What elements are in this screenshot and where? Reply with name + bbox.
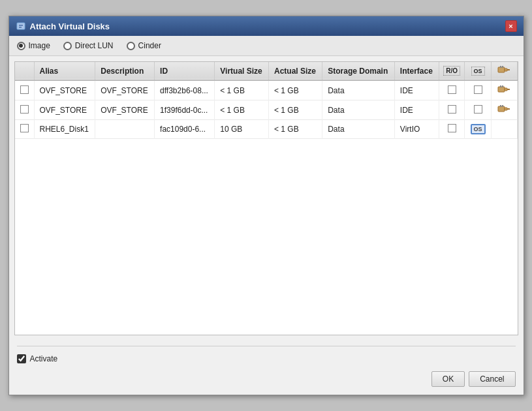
footer-divider (17, 346, 516, 346)
cancel-button[interactable]: Cancel (469, 371, 515, 387)
row1-rio-cell[interactable] (439, 80, 464, 100)
ok-button[interactable]: OK (431, 371, 465, 387)
col-header-actual-size: Actual Size (268, 62, 322, 80)
tab-cinder-label: Cinder (138, 41, 161, 50)
disk-table-container: Alias Description ID Virtual Size Actual (14, 61, 518, 335)
row1-id: dff3b2b6-08... (155, 80, 215, 100)
svg-rect-17 (502, 105, 503, 107)
svg-rect-2 (19, 27, 22, 28)
col-header-interface: Interface (394, 62, 439, 80)
svg-rect-8 (498, 87, 505, 92)
svg-rect-14 (505, 108, 507, 110)
row1-boot-icon (497, 85, 511, 94)
svg-rect-4 (505, 68, 507, 71)
row1-actual-size: < 1 GB (268, 80, 322, 100)
row2-interface: IDE (394, 100, 439, 120)
row1-rio-checkbox[interactable] (448, 85, 456, 94)
activate-checkbox[interactable] (17, 354, 26, 363)
tab-image[interactable]: Image (17, 41, 50, 50)
activate-label: Activate (30, 354, 58, 363)
row2-select-cell[interactable] (15, 100, 35, 120)
content-area: Alias Description ID Virtual Size Actual (9, 56, 524, 341)
row3-interface: VirtIO (394, 120, 439, 139)
row1-checkbox[interactable] (20, 85, 29, 94)
svg-rect-12 (502, 85, 503, 87)
row3-os-badge: OS (471, 124, 486, 134)
col-header-description: Description (95, 62, 155, 80)
titlebar: Attach Virtual Disks × (9, 16, 524, 36)
boot-header-icon (497, 65, 511, 75)
tab-image-radio[interactable] (17, 42, 25, 50)
row2-boot-icon (497, 104, 511, 114)
row2-os-cell[interactable] (465, 100, 492, 120)
col-header-alias: Alias (34, 62, 95, 80)
svg-rect-5 (507, 69, 510, 70)
row2-alias: OVF_STORE (34, 100, 95, 120)
activate-row: Activate (17, 354, 516, 363)
row2-actual-size: < 1 GB (268, 100, 322, 120)
row3-checkbox[interactable] (20, 124, 29, 132)
table-row: OVF_STORE OVF_STORE dff3b2b6-08... < 1 G… (15, 80, 518, 100)
row3-description (95, 120, 155, 139)
dialog-icon (16, 21, 26, 31)
row2-virtual-size: < 1 GB (215, 100, 269, 120)
row3-storage-domain: Data (322, 120, 395, 139)
row1-os-checkbox[interactable] (474, 85, 482, 94)
dialog-title: Attach Virtual Disks (30, 22, 110, 31)
row1-boot-cell (491, 80, 517, 100)
table-row: OVF_STORE OVF_STORE 1f39f6dd-0c... < 1 G… (15, 100, 518, 120)
col-header-select (15, 62, 35, 80)
row1-alias: OVF_STORE (34, 80, 95, 100)
footer: Activate OK Cancel (9, 341, 524, 395)
svg-rect-11 (500, 85, 501, 87)
row2-rio-cell[interactable] (439, 100, 464, 120)
svg-rect-1 (19, 25, 23, 26)
col-header-storage-domain: Storage Domain (322, 62, 395, 80)
row2-boot-cell (491, 100, 517, 120)
row2-rio-checkbox[interactable] (448, 105, 456, 114)
row2-storage-domain: Data (322, 100, 395, 120)
table-header-row: Alias Description ID Virtual Size Actual (15, 62, 518, 80)
row1-description: OVF_STORE (95, 80, 155, 100)
row1-storage-domain: Data (322, 80, 395, 100)
svg-rect-7 (502, 66, 503, 68)
col-header-os: OS (465, 62, 492, 80)
svg-rect-9 (505, 88, 507, 91)
table-row: RHEL6_Disk1 fac109d0-6... 10 GB < 1 GB (15, 120, 518, 139)
col-header-boot (491, 62, 517, 80)
row3-actual-size: < 1 GB (268, 120, 322, 139)
row2-description: OVF_STORE (95, 100, 155, 120)
row2-id: 1f39f6dd-0c... (155, 100, 215, 120)
row2-checkbox[interactable] (20, 105, 29, 114)
attach-virtual-disks-dialog: Attach Virtual Disks × Image Direct LUN … (8, 16, 524, 395)
row3-alias: RHEL6_Disk1 (34, 120, 95, 139)
row3-rio-checkbox[interactable] (448, 124, 456, 132)
tab-cinder[interactable]: Cinder (127, 41, 161, 50)
svg-rect-15 (507, 108, 510, 110)
row3-select-cell[interactable] (15, 120, 35, 139)
tab-direct-lun-radio[interactable] (63, 42, 72, 50)
col-header-id: ID (155, 62, 215, 80)
row1-interface: IDE (394, 80, 439, 100)
svg-rect-16 (500, 105, 501, 107)
tab-direct-lun-label: Direct LUN (75, 41, 114, 50)
row1-select-cell[interactable] (15, 80, 35, 100)
tabs-bar: Image Direct LUN Cinder (9, 36, 524, 56)
svg-rect-6 (500, 66, 501, 68)
tab-cinder-radio[interactable] (127, 42, 135, 50)
row2-os-checkbox[interactable] (474, 105, 482, 114)
row1-virtual-size: < 1 GB (215, 80, 269, 100)
row3-os-cell[interactable]: OS (465, 120, 492, 139)
row3-virtual-size: 10 GB (215, 120, 269, 139)
svg-rect-3 (498, 67, 505, 72)
disk-table: Alias Description ID Virtual Size Actual (15, 62, 518, 139)
row3-rio-cell[interactable] (439, 120, 464, 139)
close-button[interactable]: × (505, 20, 517, 32)
row3-boot-cell (491, 120, 517, 139)
svg-rect-13 (498, 106, 505, 112)
titlebar-title: Attach Virtual Disks (16, 21, 110, 31)
col-header-rio: R/O (439, 62, 464, 80)
tab-direct-lun[interactable]: Direct LUN (63, 41, 114, 50)
row3-id: fac109d0-6... (155, 120, 215, 139)
row1-os-cell[interactable] (465, 80, 492, 100)
